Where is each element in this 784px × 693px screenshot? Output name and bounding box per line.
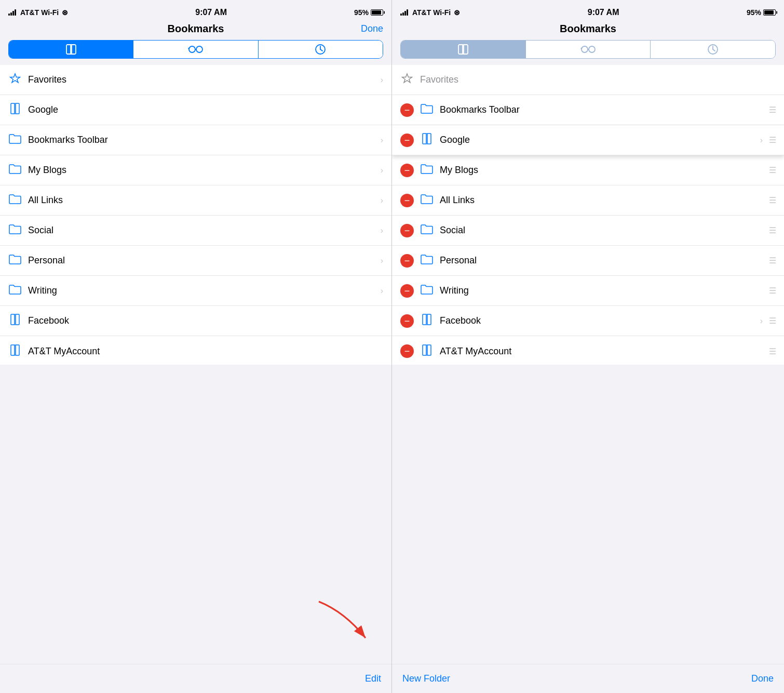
status-left-right: AT&T Wi-Fi ⊛ bbox=[400, 8, 460, 17]
list-item[interactable]: − Social ☰ bbox=[392, 216, 784, 246]
status-bar-left: AT&T Wi-Fi ⊛ 9:07 AM 95% bbox=[0, 0, 391, 23]
chevron-icon: › bbox=[760, 136, 763, 145]
carrier-label: AT&T Wi-Fi bbox=[20, 8, 59, 17]
list-item[interactable]: − AT&T MyAccount ☰ bbox=[392, 336, 784, 365]
chevron-icon: › bbox=[381, 136, 383, 145]
right-panel: AT&T Wi-Fi ⊛ 9:07 AM 95% Bookmarks bbox=[392, 0, 784, 693]
item-label: Personal bbox=[440, 255, 763, 266]
item-label: Bookmarks Toolbar bbox=[28, 135, 374, 145]
time-label: 9:07 AM bbox=[195, 8, 227, 17]
list-item[interactable]: Writing › bbox=[0, 276, 391, 306]
svg-line-5 bbox=[188, 48, 189, 49]
bookmarks-list-right: Favorites − Bookmarks Toolbar ☰ − Google… bbox=[392, 65, 784, 365]
drag-handle[interactable]: ☰ bbox=[769, 256, 776, 265]
delete-button[interactable]: − bbox=[400, 164, 414, 177]
list-item[interactable]: AT&T MyAccount bbox=[0, 336, 391, 365]
battery-percent: 95% bbox=[354, 8, 369, 17]
delete-button[interactable]: − bbox=[400, 194, 414, 207]
drag-handle[interactable]: ☰ bbox=[769, 195, 776, 205]
book-icon bbox=[8, 314, 22, 328]
folder-icon bbox=[8, 224, 22, 237]
list-item[interactable]: − Bookmarks Toolbar ☰ bbox=[392, 95, 784, 125]
item-label: Writing bbox=[28, 285, 374, 296]
footer-bar-right: New Folder Done bbox=[392, 664, 784, 693]
item-label: AT&T MyAccount bbox=[28, 346, 383, 357]
svg-line-13 bbox=[581, 48, 582, 49]
item-label: Favorites bbox=[420, 74, 776, 85]
tab-reading-left[interactable] bbox=[133, 41, 258, 58]
tab-reading-right[interactable] bbox=[525, 41, 651, 58]
folder-icon bbox=[8, 134, 22, 146]
item-label: My Blogs bbox=[440, 165, 763, 176]
list-item[interactable]: − Facebook › ☰ bbox=[392, 306, 784, 336]
battery-icon-right bbox=[763, 9, 776, 16]
item-label: Social bbox=[440, 225, 763, 236]
clock-icon-right bbox=[707, 44, 719, 55]
delete-button[interactable]: − bbox=[400, 254, 414, 268]
list-item[interactable]: Google bbox=[0, 95, 391, 125]
drag-handle[interactable]: ☰ bbox=[769, 135, 776, 145]
folder-icon bbox=[420, 194, 434, 207]
item-label: Personal bbox=[28, 255, 374, 266]
drag-handle[interactable]: ☰ bbox=[769, 316, 776, 326]
tab-history-left[interactable] bbox=[258, 41, 383, 58]
list-item[interactable]: Social › bbox=[0, 216, 391, 246]
drag-handle[interactable]: ☰ bbox=[769, 165, 776, 175]
drag-handle[interactable]: ☰ bbox=[769, 286, 776, 296]
done-button-right[interactable]: Done bbox=[751, 673, 774, 684]
list-item[interactable]: Bookmarks Toolbar › bbox=[0, 125, 391, 155]
chevron-icon: › bbox=[381, 226, 383, 235]
book-tab-icon-right bbox=[457, 44, 469, 55]
list-item[interactable]: − Writing ☰ bbox=[392, 276, 784, 306]
star-icon bbox=[8, 73, 22, 87]
svg-point-10 bbox=[582, 46, 588, 52]
list-item[interactable]: − All Links ☰ bbox=[392, 185, 784, 216]
drag-handle[interactable]: ☰ bbox=[769, 105, 776, 115]
list-item[interactable]: − Google › ☰ bbox=[392, 125, 784, 155]
battery-area-right: 95% bbox=[747, 8, 776, 17]
delete-button[interactable]: − bbox=[400, 134, 414, 147]
footer-bar-left: Edit bbox=[0, 664, 391, 693]
list-item[interactable]: Facebook bbox=[0, 306, 391, 336]
delete-button[interactable]: − bbox=[400, 103, 414, 117]
list-item[interactable]: − Personal ☰ bbox=[392, 246, 784, 276]
delete-button[interactable]: − bbox=[400, 344, 414, 358]
drag-handle[interactable]: ☰ bbox=[769, 346, 776, 356]
item-label: AT&T MyAccount bbox=[440, 346, 763, 357]
folder-icon bbox=[420, 284, 434, 297]
delete-button[interactable]: − bbox=[400, 224, 414, 237]
tab-bookmarks-right[interactable] bbox=[401, 41, 525, 58]
clock-icon-left bbox=[315, 44, 326, 55]
carrier-label-right: AT&T Wi-Fi bbox=[412, 8, 451, 17]
list-item[interactable]: All Links › bbox=[0, 185, 391, 216]
book-tab-icon-left bbox=[65, 44, 77, 55]
new-folder-button[interactable]: New Folder bbox=[402, 673, 450, 684]
chevron-icon: › bbox=[381, 166, 383, 175]
chevron-icon: › bbox=[381, 196, 383, 205]
book-icon bbox=[8, 103, 22, 117]
item-label: Google bbox=[28, 104, 383, 115]
delete-button[interactable]: − bbox=[400, 314, 414, 328]
tab-bookmarks-left[interactable] bbox=[9, 41, 133, 58]
status-bar-right: AT&T Wi-Fi ⊛ 9:07 AM 95% bbox=[392, 0, 784, 23]
book-icon bbox=[420, 314, 434, 328]
list-item[interactable]: Favorites bbox=[392, 65, 784, 95]
edit-button[interactable]: Edit bbox=[365, 673, 381, 684]
nav-header-left: Bookmarks Done bbox=[0, 23, 391, 40]
done-button-left[interactable]: Done bbox=[357, 23, 383, 34]
list-item[interactable]: − My Blogs ☰ bbox=[392, 155, 784, 185]
battery-area: 95% bbox=[354, 8, 383, 17]
item-label: Writing bbox=[440, 285, 763, 296]
svg-point-2 bbox=[189, 46, 195, 52]
svg-point-11 bbox=[589, 46, 595, 52]
list-item[interactable]: Favorites › bbox=[0, 65, 391, 95]
left-panel: AT&T Wi-Fi ⊛ 9:07 AM 95% Bookmarks Done bbox=[0, 0, 392, 693]
delete-button[interactable]: − bbox=[400, 284, 414, 298]
list-item[interactable]: My Blogs › bbox=[0, 155, 391, 185]
book-icon bbox=[420, 133, 434, 147]
tab-history-right[interactable] bbox=[650, 41, 775, 58]
item-label: All Links bbox=[28, 195, 374, 206]
drag-handle[interactable]: ☰ bbox=[769, 225, 776, 235]
list-item[interactable]: Personal › bbox=[0, 246, 391, 276]
bookmarks-list-left: Favorites › Google Bookmarks Toolbar › M… bbox=[0, 65, 391, 365]
